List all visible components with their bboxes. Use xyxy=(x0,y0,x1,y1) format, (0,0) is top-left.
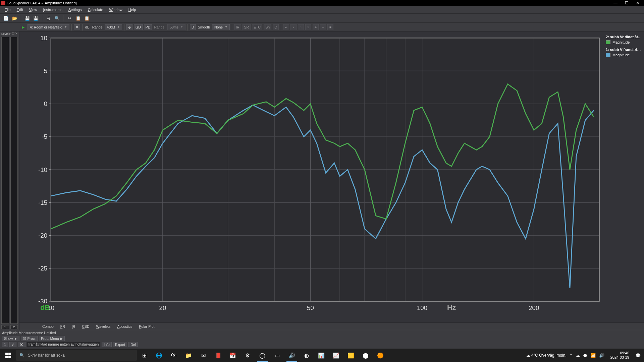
tab-ir[interactable]: IR xyxy=(69,324,78,329)
tab-fr[interactable]: FR xyxy=(58,324,68,329)
menu-view[interactable]: View xyxy=(26,7,40,12)
menu-calculate[interactable]: Calculate xyxy=(85,7,106,12)
add-button[interactable]: + xyxy=(313,24,319,30)
taskbar-search[interactable]: 🔍 Skriv här för att söka xyxy=(16,350,137,361)
menu-edit[interactable]: Edit xyxy=(14,7,26,12)
measurement-row-radio[interactable]: ⦿ xyxy=(18,342,25,347)
frequency-response-plot[interactable]: -30-25-20-15-10-50510102050100200dBHz xyxy=(19,32,604,322)
taskbar-app-generic-3[interactable]: ◐ xyxy=(299,349,314,362)
svg-text:200: 200 xyxy=(529,304,539,311)
pd-button[interactable]: PD xyxy=(144,24,152,30)
legend-item-magnitude-2[interactable]: Magnitude xyxy=(606,40,642,44)
taskbar-app-settings[interactable]: ⚙ xyxy=(240,349,255,362)
taskbar-app-generic-7[interactable]: ⬤ xyxy=(358,349,373,362)
taskbar-app-generic[interactable]: 📕 xyxy=(211,349,225,362)
menu-help[interactable]: Help xyxy=(126,7,139,12)
tray-wifi-icon[interactable]: 📶 xyxy=(590,353,596,358)
d-button[interactable]: D xyxy=(190,24,196,30)
show-dropdown[interactable]: Show ▼ xyxy=(2,336,19,341)
maximize-button[interactable]: ☐ xyxy=(625,1,629,5)
menu-file[interactable]: File xyxy=(2,7,13,12)
print-button[interactable]: 🖨 xyxy=(45,15,52,21)
export-button[interactable]: Export xyxy=(113,342,127,347)
nav-first-button[interactable]: « xyxy=(283,24,289,30)
tab-combo[interactable]: Combo xyxy=(40,324,56,329)
taskbar-app-edge[interactable]: 🌐 xyxy=(152,349,166,362)
taskbar-app-generic-2[interactable]: ▭ xyxy=(270,349,284,362)
tray-onedrive-icon[interactable]: ☁ xyxy=(576,353,580,358)
nav-prev-button[interactable]: ‹ xyxy=(290,24,297,30)
app-icon xyxy=(1,1,5,5)
gd-button[interactable]: GD xyxy=(134,24,143,30)
print-preview-button[interactable]: 🔍 xyxy=(54,15,60,21)
new-file-button[interactable]: 📄 xyxy=(3,15,9,21)
tab-csd[interactable]: CSD xyxy=(79,324,92,329)
delete-button[interactable]: Del xyxy=(128,342,138,347)
tab-wavelets[interactable]: Wavelets xyxy=(94,324,113,329)
db-range-dropdown[interactable]: 40dB ▼ xyxy=(105,24,122,30)
etc-button[interactable]: ETC xyxy=(252,24,262,30)
tab-acoustics[interactable]: Acoustics xyxy=(114,324,135,329)
legend-item-magnitude-1[interactable]: Magnitude xyxy=(606,53,642,57)
taskbar-app-generic-5[interactable]: 📈 xyxy=(329,349,343,362)
measurement-mode-dropdown[interactable]: 4: Room or Nearfield ▼ xyxy=(28,24,69,30)
proc-checkbox[interactable]: ☑ Proc. xyxy=(21,336,38,341)
c-button[interactable]: C xyxy=(273,24,279,30)
taskbar-clock[interactable]: 09:46 2024-03-19 xyxy=(608,351,632,360)
taskbar-app-chrome[interactable]: ◯ xyxy=(255,349,270,362)
cut-button[interactable]: ✂ xyxy=(66,15,73,21)
taskbar-app-store[interactable]: 🛍 xyxy=(166,349,181,362)
legend-series-2-title: 2: subb Vr riktat åt ... xyxy=(606,35,642,39)
weather-widget[interactable]: ☁ 4°C Överväg. moln. xyxy=(526,353,567,358)
close-button[interactable]: ✕ xyxy=(636,1,639,5)
paste-button[interactable]: 📋 xyxy=(84,15,90,21)
menu-settings[interactable]: Settings xyxy=(66,7,85,12)
task-view-button[interactable]: ⊞ xyxy=(137,349,152,362)
save-all-button[interactable]: 💾 xyxy=(33,15,39,21)
smooth-label: Smooth xyxy=(197,25,211,29)
sh-button[interactable]: Sh xyxy=(264,24,271,30)
panel-window-controls[interactable]: ≡☐✕ xyxy=(9,32,18,35)
chevron-down-icon: ▼ xyxy=(225,25,227,28)
open-file-button[interactable]: 📂 xyxy=(11,15,18,21)
smooth-value: None xyxy=(214,25,223,29)
tray-volume-icon[interactable]: 🔊 xyxy=(599,353,604,358)
legend-swatch-blue xyxy=(606,53,610,57)
proc-menu-button[interactable]: Proc. Menu ▶ xyxy=(39,336,65,341)
taskbar-app-calendar[interactable]: 📅 xyxy=(225,349,240,362)
measurement-row-visible-checkbox[interactable]: ✔ xyxy=(9,342,16,347)
taskbar-app-generic-6[interactable]: 🟨 xyxy=(343,349,358,362)
measurements-title: Amplitude Measurements: Untitled xyxy=(0,330,644,336)
tab-polar[interactable]: Polar-Plot xyxy=(136,324,157,329)
measurement-description[interactable]: framåtriktad närmre mitten av höftalarvä… xyxy=(27,342,101,347)
info-button[interactable]: Info xyxy=(102,342,112,347)
taskbar-app-loudspeaker-lab[interactable]: 🔊 xyxy=(284,349,299,362)
nav-last-button[interactable]: » xyxy=(305,24,311,30)
tray-chevron-up-icon[interactable]: ˄ xyxy=(570,353,572,358)
sr-button[interactable]: SR xyxy=(243,24,251,30)
tray-app-icon[interactable]: ⬣ xyxy=(583,353,587,358)
menu-instruments[interactable]: Instruments xyxy=(40,7,65,12)
save-button[interactable]: 💾 xyxy=(24,15,31,21)
start-button[interactable] xyxy=(0,349,16,362)
settings-icon-button[interactable]: ✕ xyxy=(74,24,80,30)
minimize-button[interactable]: — xyxy=(613,1,618,5)
copy-button[interactable]: 📋 xyxy=(75,15,82,21)
remove-button[interactable]: − xyxy=(320,24,326,30)
ir-button[interactable]: IR xyxy=(234,24,241,30)
taskbar-app-generic-4[interactable]: 📊 xyxy=(314,349,329,362)
play-button[interactable]: ▶ xyxy=(20,24,26,30)
notification-center-button[interactable]: 💬 xyxy=(635,353,641,358)
svg-text:Hz: Hz xyxy=(447,304,456,312)
menu-window[interactable]: Window xyxy=(107,7,125,12)
nav-next-button[interactable]: › xyxy=(298,24,304,30)
legend-swatch-green xyxy=(606,40,610,44)
svg-text:-20: -20 xyxy=(38,232,47,239)
phase-button[interactable]: φ xyxy=(126,24,132,30)
taskbar-app-explorer[interactable]: 📁 xyxy=(181,349,196,362)
taskbar-app-mail[interactable]: ✉ xyxy=(196,349,211,362)
time-range-dropdown[interactable]: 50ms ▼ xyxy=(167,24,185,30)
stop-button[interactable]: ■ xyxy=(327,24,333,30)
smooth-dropdown[interactable]: None ▼ xyxy=(212,24,230,30)
taskbar-app-generic-8[interactable]: 🟠 xyxy=(373,349,388,362)
